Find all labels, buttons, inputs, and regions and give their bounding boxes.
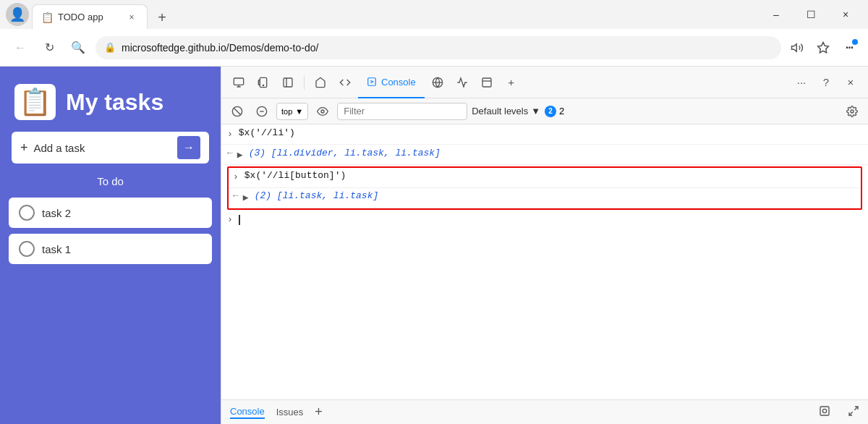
input-arrow-2[interactable]: › xyxy=(233,170,239,182)
read-aloud-icon[interactable] xyxy=(787,38,807,58)
help-icon[interactable]: ? xyxy=(814,71,838,94)
screenshot-icon[interactable] xyxy=(819,405,830,420)
highlighted-console-box: › $x('//li[button]') ← ▶ (2) [li.task, l… xyxy=(227,166,862,210)
inspect-element-icon[interactable] xyxy=(227,71,250,94)
context-label: top xyxy=(281,107,292,116)
restore-button[interactable]: ☐ xyxy=(794,3,827,26)
performance-icon[interactable] xyxy=(451,71,474,94)
console-tab[interactable]: Console xyxy=(358,67,425,98)
console-result-2: (2) [li.task, li.task] xyxy=(255,190,379,201)
close-button[interactable]: × xyxy=(829,3,862,26)
back-button[interactable]: ← xyxy=(9,36,32,59)
log-levels-selector[interactable]: Default levels ▼ xyxy=(472,106,540,116)
console-command-2: $x('//li[button]') xyxy=(244,170,346,181)
application-icon[interactable] xyxy=(475,71,498,94)
collapse-icon[interactable] xyxy=(252,101,272,122)
console-input-active[interactable]: › xyxy=(221,211,868,228)
console-bottom-bar: Console Issues + xyxy=(221,399,868,424)
task-item-1[interactable]: task 1 xyxy=(9,234,212,264)
task-name-1: task 1 xyxy=(42,243,71,255)
console-result-1: (3) [li.divider, li.task, li.task] xyxy=(249,148,441,158)
main-content: 📋 My tasks + Add a task → To do task 2 t… xyxy=(0,67,868,424)
expand-arrow-2[interactable]: ▶ xyxy=(243,190,249,203)
add-task-plus-icon: + xyxy=(20,140,28,156)
svg-line-19 xyxy=(854,407,858,410)
address-text: microsoftedge.github.io/Demos/demo-to-do… xyxy=(122,42,773,54)
address-bar: ← ↻ 🔍 🔒 microsoftedge.github.io/Demos/de… xyxy=(0,29,868,67)
add-panel-icon[interactable]: + xyxy=(500,71,523,94)
add-task-row: + Add a task → xyxy=(12,132,209,164)
svg-point-15 xyxy=(321,110,324,113)
address-right-icons: ··· xyxy=(787,38,859,58)
new-tab-button[interactable]: + xyxy=(150,6,174,29)
console-result-line-2: ← ▶ (2) [li.task, li.task] xyxy=(229,188,861,208)
minimize-button[interactable]: – xyxy=(760,3,793,26)
add-task-input[interactable]: Add a task xyxy=(34,142,177,154)
todo-section-label: To do xyxy=(0,175,221,187)
title-bar: 👤 📋 TODO app × + – ☐ × xyxy=(0,0,868,29)
add-task-submit-button[interactable]: → xyxy=(177,136,200,159)
add-panel-bottom-button[interactable]: + xyxy=(315,404,323,420)
profile-icon[interactable]: 👤 xyxy=(6,3,29,26)
console-command-1: $x('//li') xyxy=(239,127,295,138)
active-tab[interactable]: 📋 TODO app × xyxy=(32,4,148,29)
more-tools-button[interactable]: ··· xyxy=(839,38,859,58)
lock-icon: 🔒 xyxy=(104,42,116,53)
console-tab-label: Console xyxy=(381,77,416,88)
user-icon: 👤 xyxy=(9,7,25,22)
input-arrow-1[interactable]: › xyxy=(227,127,233,140)
console-input-line-2: › $x('//li[button]') xyxy=(229,168,861,188)
active-input-caret: › xyxy=(227,214,233,225)
svg-marker-0 xyxy=(818,42,829,52)
filter-input[interactable] xyxy=(337,103,467,120)
window-controls: – ☐ × xyxy=(760,3,862,26)
tab-close-button[interactable]: × xyxy=(125,11,138,24)
return-icon-2: ← xyxy=(233,190,239,201)
task-checkbox-2[interactable] xyxy=(19,205,35,221)
svg-rect-5 xyxy=(284,78,292,87)
task-checkbox-1[interactable] xyxy=(19,241,35,257)
devtools-panel: Console + ··· ? × xyxy=(221,67,868,424)
search-button[interactable]: 🔍 xyxy=(67,36,90,59)
app-header: 📋 My tasks xyxy=(0,67,221,132)
context-selector[interactable]: top ▼ xyxy=(276,103,308,120)
address-input-wrap[interactable]: 🔒 microsoftedge.github.io/Demos/demo-to-… xyxy=(95,36,781,59)
svg-line-12 xyxy=(234,108,240,114)
title-bar-left: 👤 xyxy=(6,3,29,26)
device-mode-icon[interactable] xyxy=(252,71,275,94)
return-icon-1: ← xyxy=(227,148,233,158)
devtools-toolbar: Console + ··· ? × xyxy=(221,67,868,98)
badge-number: 2 xyxy=(559,106,564,116)
svg-rect-10 xyxy=(482,78,491,87)
context-arrow: ▼ xyxy=(295,107,303,116)
app-title: My tasks xyxy=(66,89,163,116)
more-options-icon[interactable]: ··· xyxy=(790,71,813,94)
console-input-line-1: › $x('//li') xyxy=(221,124,868,145)
devtools-close-button[interactable]: × xyxy=(839,71,862,94)
svg-rect-17 xyxy=(820,407,829,415)
svg-point-16 xyxy=(851,110,854,113)
svg-rect-1 xyxy=(234,78,243,85)
console-result-line-1: ← ▶ (3) [li.divider, li.task, li.task] xyxy=(221,145,868,165)
refresh-button[interactable]: ↻ xyxy=(38,36,61,59)
network-icon[interactable] xyxy=(426,71,449,94)
toolbar-separator-1 xyxy=(304,75,305,90)
favorites-icon[interactable] xyxy=(813,38,833,58)
sources-panel-icon[interactable] xyxy=(333,71,357,94)
task-item-2[interactable]: task 2 xyxy=(9,198,212,228)
svg-rect-7 xyxy=(368,78,376,86)
input-cursor xyxy=(239,215,240,225)
console-settings-icon[interactable] xyxy=(842,101,862,122)
clear-console-icon[interactable] xyxy=(227,101,247,122)
sidebar-panel-icon[interactable] xyxy=(276,71,299,94)
elements-panel-icon[interactable] xyxy=(309,71,332,94)
levels-arrow-icon: ▼ xyxy=(531,106,540,116)
console-bottom-tab[interactable]: Console xyxy=(230,406,265,419)
expand-arrow-1[interactable]: ▶ xyxy=(237,148,243,161)
svg-line-20 xyxy=(849,412,853,415)
expand-icon[interactable] xyxy=(848,405,859,420)
task-name-2: task 2 xyxy=(42,207,71,219)
svg-point-4 xyxy=(263,85,263,85)
issues-bottom-tab[interactable]: Issues xyxy=(276,407,304,417)
eye-icon[interactable] xyxy=(312,101,333,122)
